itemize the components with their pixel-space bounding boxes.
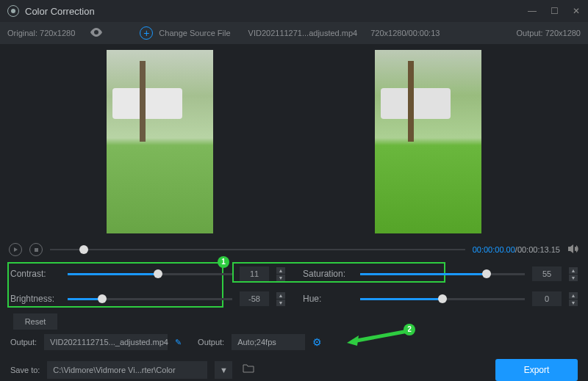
contrast-row: Contrast: 11 ▲▼: [10, 266, 285, 281]
saturation-value[interactable]: 55: [532, 266, 562, 281]
output-filename-field[interactable]: VID2021112715..._adjusted.mp4: [44, 334, 168, 350]
maximize-button[interactable]: ☐: [550, 6, 559, 16]
current-time: 00:00:00.00: [473, 245, 515, 254]
brightness-row: Brightness: -58 ▲▼: [10, 291, 285, 306]
saturation-up[interactable]: ▲: [569, 267, 578, 274]
hue-value[interactable]: 0: [532, 291, 562, 306]
titlebar: Color Correction — ☐ ✕: [0, 0, 588, 22]
brightness-slider[interactable]: [68, 298, 232, 300]
add-source-button[interactable]: +: [140, 26, 153, 40]
saturation-knob[interactable]: [482, 269, 491, 278]
annotation-badge-1: 1: [218, 256, 229, 268]
stop-button[interactable]: [29, 243, 43, 256]
sliders-panel: 1 Contrast: 11 ▲▼ Brightness: -58 ▲▼ Sat…: [0, 261, 588, 311]
brightness-knob[interactable]: [98, 294, 107, 303]
save-dropdown-button[interactable]: ▼: [215, 361, 232, 379]
save-row: Save to: C:\Vidmore\Vidmore Vi...rter\Co…: [0, 355, 588, 381]
saturation-label: Saturation:: [303, 269, 353, 279]
contrast-down[interactable]: ▼: [276, 275, 285, 281]
playback-bar: 00:00:00.00/00:00:13.15: [0, 239, 588, 261]
header-bar: Original: 720x1280 + Change Source File …: [0, 22, 588, 44]
save-path-field[interactable]: C:\Vidmore\Vidmore Vi...rter\Color Corre…: [47, 361, 207, 379]
open-folder-icon[interactable]: [240, 361, 257, 379]
contrast-value[interactable]: 11: [240, 266, 269, 281]
play-button[interactable]: [9, 243, 22, 256]
settings-gear-icon[interactable]: ⚙: [312, 336, 322, 348]
saturation-slider[interactable]: [360, 273, 525, 275]
change-source-link[interactable]: Change Source File: [159, 29, 230, 37]
time-display: 00:00:00.00/00:00:13.15: [473, 245, 560, 254]
window-title: Color Correction: [25, 6, 95, 17]
brightness-label: Brightness:: [10, 294, 60, 304]
saturation-down[interactable]: ▼: [569, 275, 578, 281]
saturation-row: Saturation: 55 ▲▼: [303, 266, 578, 281]
contrast-slider[interactable]: [68, 273, 232, 275]
contrast-up[interactable]: ▲: [276, 267, 285, 274]
original-resolution-label: Original: 720x1280: [7, 29, 75, 37]
minimize-button[interactable]: —: [528, 6, 537, 16]
preview-area: [0, 44, 588, 239]
seek-knob[interactable]: [79, 245, 88, 254]
reset-button[interactable]: Reset: [13, 313, 57, 330]
edit-filename-icon[interactable]: ✎: [175, 338, 182, 347]
export-button[interactable]: Export: [495, 359, 578, 381]
contrast-knob[interactable]: [154, 269, 162, 278]
app-logo-icon: [7, 5, 19, 17]
preview-eye-icon[interactable]: [90, 28, 103, 38]
annotation-arrow: [345, 328, 412, 346]
hue-up[interactable]: ▲: [569, 292, 578, 299]
contrast-label: Contrast:: [10, 269, 60, 279]
seek-track[interactable]: [50, 249, 465, 250]
source-filename: VID202111271...adjusted.mp4: [248, 29, 358, 37]
original-preview: [107, 50, 213, 233]
adjusted-preview: [375, 50, 481, 233]
brightness-down[interactable]: ▼: [276, 300, 285, 306]
brightness-value[interactable]: -58: [240, 291, 269, 306]
hue-down[interactable]: ▼: [569, 300, 578, 306]
output-label-1: Output:: [10, 338, 37, 346]
source-info: 720x1280/00:00:13: [370, 29, 440, 37]
brightness-up[interactable]: ▲: [276, 292, 285, 299]
hue-row: Hue: 0 ▲▼: [303, 291, 578, 306]
output-label-2: Output:: [198, 338, 224, 346]
output-format-field[interactable]: Auto;24fps: [232, 334, 305, 350]
save-to-label: Save to:: [10, 366, 40, 374]
hue-slider[interactable]: [360, 298, 525, 300]
hue-knob[interactable]: [438, 294, 447, 303]
output-resolution-label: Output: 720x1280: [517, 29, 581, 37]
total-time: 00:00:13.15: [517, 245, 560, 254]
volume-icon[interactable]: [567, 244, 579, 256]
close-button[interactable]: ✕: [572, 6, 581, 16]
output-row: Output: VID2021112715..._adjusted.mp4 ✎ …: [0, 330, 588, 355]
hue-label: Hue:: [303, 294, 353, 304]
annotation-badge-2: 2: [404, 324, 415, 335]
